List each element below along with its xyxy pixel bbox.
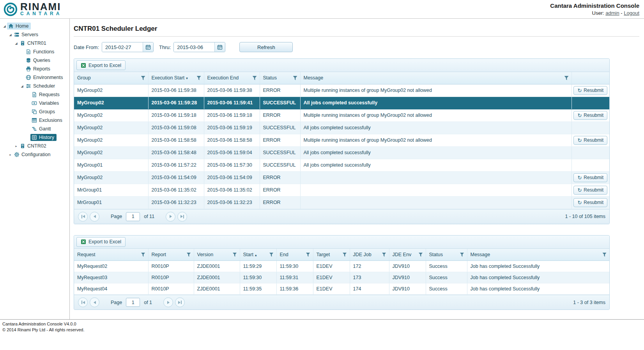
column-header-status[interactable]: Status: [260, 72, 300, 84]
resubmit-button[interactable]: ↻Resubmit: [573, 86, 607, 95]
request-row[interactable]: MyRequest03R0010PZJDE000111:59:3011:59:3…: [74, 272, 609, 283]
filter-icon[interactable]: [293, 76, 297, 80]
filter-icon[interactable]: [602, 253, 607, 257]
page-number-input[interactable]: [126, 298, 140, 307]
sidebar-item-history[interactable]: History: [1, 133, 69, 142]
ledger-row[interactable]: MyGroup022015-03-06 11:58:582015-03-06 1…: [74, 134, 609, 146]
sidebar-item-environments[interactable]: Environments: [1, 73, 69, 82]
filter-icon[interactable]: [419, 253, 423, 257]
cell-request: MyRequest03: [74, 272, 148, 283]
sidebar: ◢Home◢Servers◢CNTR01FunctionsQueriesRepo…: [0, 19, 70, 319]
filter-icon[interactable]: [197, 76, 201, 80]
column-header-message[interactable]: Message: [300, 72, 571, 84]
tree-item-content: Reports: [25, 65, 53, 72]
sort-ascending-icon: [255, 253, 257, 257]
ledger-row[interactable]: MyGroup012015-03-06 11:57:222015-03-06 1…: [74, 159, 609, 171]
resubmit-button[interactable]: ↻Resubmit: [573, 136, 607, 145]
ledger-row[interactable]: MrGroup012015-03-06 11:35:022015-03-06 1…: [74, 184, 609, 196]
filter-icon[interactable]: [564, 76, 569, 80]
collapse-arrow-icon[interactable]: ◢: [8, 33, 13, 37]
request-row[interactable]: MyRequest04R0010PZJDE000111:59:3511:59:3…: [74, 283, 609, 295]
sidebar-item-configuration[interactable]: ▸Configuration: [1, 150, 69, 159]
ledger-row[interactable]: MyGroup022015-03-06 11:59:282015-03-06 1…: [74, 97, 609, 109]
page-label: Page: [111, 214, 122, 219]
filter-icon[interactable]: [187, 253, 191, 257]
cell-status: ERROR: [260, 184, 300, 196]
filter-icon[interactable]: [233, 253, 237, 257]
ledger-row[interactable]: MyGroup022015-03-06 11:59:182015-03-06 1…: [74, 109, 609, 121]
filter-icon[interactable]: [382, 253, 386, 257]
filter-icon[interactable]: [269, 253, 274, 257]
date-from-input[interactable]: [102, 42, 143, 52]
user-link[interactable]: admin: [605, 10, 619, 16]
column-label: Status: [429, 252, 443, 257]
column-header-jde-env[interactable]: JDE Env: [389, 249, 426, 261]
thru-input[interactable]: [174, 42, 214, 52]
filter-icon[interactable]: [253, 76, 257, 80]
filter-icon[interactable]: [141, 253, 145, 257]
sidebar-item-scheduler[interactable]: ◢Scheduler: [1, 82, 69, 90]
filter-icon[interactable]: [343, 253, 347, 257]
column-header-execution-end[interactable]: Execution End: [204, 72, 260, 84]
export-label: Export to Excel: [88, 63, 121, 68]
column-header-version[interactable]: Version: [194, 249, 240, 261]
ledger-row[interactable]: MrGroup012015-03-06 11:32:232015-03-06 1…: [74, 196, 609, 209]
sidebar-item-gantt[interactable]: Gantt: [1, 125, 69, 133]
sidebar-item-functions[interactable]: Functions: [1, 47, 69, 56]
sidebar-item-queries[interactable]: Queries: [1, 56, 69, 65]
sidebar-item-requests[interactable]: Requests: [1, 90, 69, 99]
request-row[interactable]: MyRequest02R0010PZJDE000111:59:2911:59:3…: [74, 261, 609, 272]
column-header-execution-start[interactable]: Execution Start: [148, 72, 204, 84]
sidebar-item-servers[interactable]: ◢Servers: [1, 30, 69, 39]
expand-arrow-icon[interactable]: ▸: [8, 153, 13, 157]
sidebar-item-variables[interactable]: Variables: [1, 99, 69, 107]
filter-icon[interactable]: [460, 253, 464, 257]
column-header-status[interactable]: Status: [426, 249, 467, 261]
sidebar-item-exclusions[interactable]: Exclusions: [1, 116, 69, 125]
last-page-button[interactable]: [175, 297, 185, 307]
collapse-arrow-icon[interactable]: ◢: [14, 42, 19, 45]
column-header-message[interactable]: Message: [467, 249, 609, 261]
thru-calendar-button[interactable]: [214, 42, 225, 52]
date-from-calendar-button[interactable]: [143, 42, 153, 52]
page-number-input[interactable]: [126, 212, 140, 221]
resubmit-button[interactable]: ↻Resubmit: [573, 111, 607, 120]
previous-page-button[interactable]: [90, 212, 99, 222]
filter-icon[interactable]: [306, 253, 310, 257]
last-page-button[interactable]: [177, 212, 187, 222]
column-header-end[interactable]: End: [276, 249, 313, 261]
ledger-row[interactable]: MyGroup022015-03-06 11:59:082015-03-06 1…: [74, 121, 609, 134]
first-page-button[interactable]: [78, 212, 88, 222]
sidebar-item-cntr02[interactable]: ▸CNTR02: [1, 142, 69, 150]
ledger-row[interactable]: MyGroup022015-03-06 11:58:482015-03-06 1…: [74, 146, 609, 159]
column-header-report[interactable]: Report: [148, 249, 194, 261]
collapse-arrow-icon[interactable]: ◢: [19, 84, 25, 88]
sidebar-item-home[interactable]: ◢Home: [1, 22, 69, 30]
expand-arrow-icon[interactable]: ▸: [14, 144, 19, 148]
column-header-target[interactable]: Target: [313, 249, 350, 261]
column-header-request[interactable]: Request: [74, 249, 148, 261]
resubmit-button[interactable]: ↻Resubmit: [573, 198, 607, 207]
column-header-start[interactable]: Start: [240, 249, 276, 261]
refresh-button[interactable]: Refresh: [239, 42, 293, 52]
ledger-row[interactable]: MyGroup022015-03-06 11:59:382015-03-06 1…: [74, 84, 609, 97]
previous-page-button[interactable]: [90, 297, 99, 307]
sidebar-item-reports[interactable]: Reports: [1, 65, 69, 73]
export-to-excel-button[interactable]: Export to Excel: [76, 60, 126, 70]
app-header: RINAMI CANTARA Cantara Administration Co…: [0, 0, 644, 19]
column-header-group[interactable]: Group: [74, 72, 148, 84]
next-page-button[interactable]: [163, 297, 173, 307]
cell-target: E1DEV: [313, 272, 350, 283]
resubmit-button[interactable]: ↻Resubmit: [573, 186, 607, 195]
filter-icon[interactable]: [141, 76, 145, 80]
sidebar-item-cntr01[interactable]: ◢CNTR01: [1, 39, 69, 47]
first-page-button[interactable]: [78, 297, 88, 307]
column-header-jde-job[interactable]: JDE Job: [350, 249, 389, 261]
ledger-row[interactable]: MyGroup022015-03-06 11:54:092015-03-06 1…: [74, 171, 609, 184]
next-page-button[interactable]: [166, 212, 175, 222]
resubmit-button[interactable]: ↻Resubmit: [573, 173, 607, 182]
export-to-excel-button[interactable]: Export to Excel: [76, 237, 126, 247]
sidebar-item-groups[interactable]: Groups: [1, 107, 69, 116]
logout-link[interactable]: Logout: [624, 10, 639, 16]
collapse-arrow-icon[interactable]: ◢: [2, 25, 7, 28]
